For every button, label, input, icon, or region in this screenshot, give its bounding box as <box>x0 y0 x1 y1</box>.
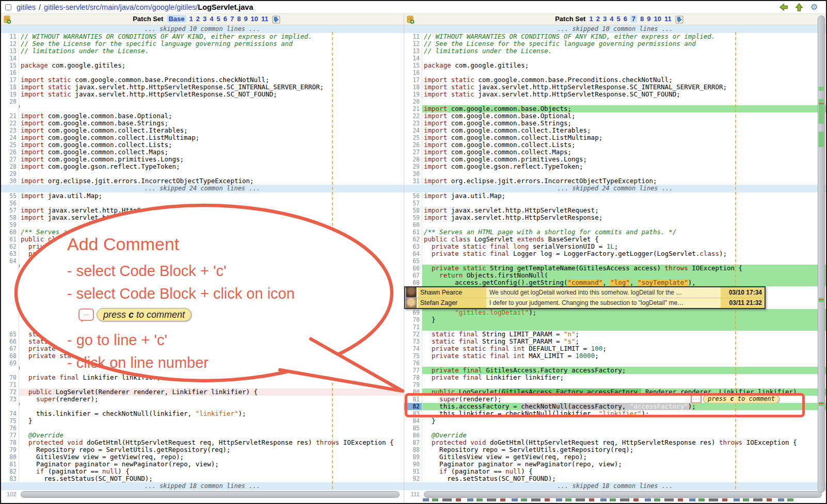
skipped-lines-expander[interactable]: ... skipped 18 common lines ... <box>404 482 826 490</box>
line-number[interactable]: 79 <box>404 381 422 388</box>
patch-set-3[interactable]: 3 <box>603 15 607 23</box>
line-number[interactable]: 20 <box>1 98 19 105</box>
patch-set-11[interactable]: 11 <box>261 15 268 23</box>
line-number[interactable]: 63 <box>1 250 19 257</box>
line-number[interactable]: 18 <box>404 84 422 91</box>
patch-set-11[interactable]: 11 <box>664 15 672 23</box>
line-number[interactable]: 74 <box>404 345 422 352</box>
line-number[interactable]: 22 <box>404 112 422 120</box>
line-number[interactable]: 11 <box>404 33 422 40</box>
line-number[interactable]: 82 <box>1 468 19 475</box>
line-number[interactable]: 79 <box>1 446 19 453</box>
patch-set-8[interactable]: 8 <box>237 15 241 23</box>
line-number[interactable]: 64 <box>1 257 19 265</box>
line-number[interactable]: 77 <box>404 367 422 374</box>
settings-gear-icon[interactable]: ⚙ <box>810 3 818 11</box>
skipped-lines-expander[interactable]: ... skipped 24 common lines ... <box>1 185 404 192</box>
line-number[interactable]: 61 <box>404 229 422 236</box>
line-number[interactable]: 29 <box>1 170 19 177</box>
line-number[interactable]: 76 <box>1 425 19 432</box>
line-number[interactable]: 11 <box>1 33 19 40</box>
line-number[interactable]: 70 <box>1 374 19 381</box>
patch-set-2[interactable]: 2 <box>596 15 600 23</box>
line-number[interactable]: 26 <box>1 149 19 156</box>
patch-set-4[interactable]: 4 <box>610 15 613 23</box>
comment-row[interactable]: Shawn PearceWe should get logDetail work… <box>405 287 765 298</box>
line-number[interactable]: 74 <box>1 410 19 417</box>
line-number[interactable]: 29 <box>404 163 422 170</box>
line-number[interactable]: 58 <box>404 207 422 214</box>
line-number[interactable]: 78 <box>404 374 422 381</box>
line-number[interactable]: 83 <box>404 410 422 417</box>
line-number[interactable]: 23 <box>404 120 422 127</box>
line-number[interactable]: 16 <box>1 69 19 76</box>
line-number[interactable]: 81 <box>404 396 422 403</box>
line-number[interactable]: 23 <box>1 127 19 134</box>
line-number[interactable]: 75 <box>1 417 19 425</box>
line-number[interactable]: 62 <box>404 236 422 243</box>
line-number[interactable]: 89 <box>404 453 422 461</box>
horizontal-scrollbar-thumb[interactable] <box>424 491 822 498</box>
line-number[interactable]: 60 <box>1 229 19 236</box>
patch-set-4[interactable]: 4 <box>210 15 213 23</box>
line-number[interactable]: 63 <box>404 243 422 250</box>
download-patch-icon[interactable] <box>675 15 683 24</box>
skipped-lines-expander[interactable]: ... skipped 18 common lines ... <box>1 482 404 490</box>
patch-set-5[interactable]: 5 <box>216 15 220 23</box>
line-number[interactable]: 102 <box>1 491 19 498</box>
line-number[interactable]: 71 <box>404 323 422 331</box>
line-number[interactable]: 65 <box>404 257 422 265</box>
line-number[interactable]: 67 <box>404 272 422 279</box>
line-number[interactable]: 19 <box>1 91 19 98</box>
skipped-lines-expander[interactable]: ... skipped 10 common lines ... <box>404 25 826 33</box>
line-number[interactable]: 24 <box>1 134 19 141</box>
line-number[interactable]: 57 <box>404 200 422 207</box>
line-number[interactable]: 56 <box>1 200 19 207</box>
line-number[interactable]: 27 <box>1 156 19 163</box>
line-number[interactable]: 91 <box>404 468 422 475</box>
line-number[interactable]: 17 <box>1 76 19 84</box>
line-number[interactable]: 70 <box>404 316 422 323</box>
line-number[interactable]: 73 <box>1 396 19 403</box>
add-file-comment-icon[interactable] <box>406 15 415 24</box>
line-number[interactable]: 62 <box>1 243 19 250</box>
line-number[interactable]: 72 <box>404 331 422 338</box>
patch-set-1[interactable]: 1 <box>589 15 593 23</box>
line-number[interactable]: 12 <box>1 40 19 47</box>
line-number[interactable]: 56 <box>404 192 422 200</box>
line-number[interactable]: 15 <box>404 62 422 69</box>
breadcrumb-project-link[interactable]: gitiles <box>17 3 36 11</box>
line-number[interactable]: 30 <box>1 177 19 185</box>
line-number[interactable]: 75 <box>404 352 422 360</box>
line-number[interactable]: 59 <box>1 221 19 229</box>
line-number[interactable]: 86 <box>404 432 422 439</box>
line-number[interactable]: 15 <box>1 62 19 69</box>
patch-set-1[interactable]: 1 <box>189 15 193 23</box>
line-number[interactable]: 72 <box>1 388 19 396</box>
line-number[interactable]: 25 <box>404 134 422 141</box>
line-number[interactable]: 77 <box>1 432 19 439</box>
line-number[interactable]: 13 <box>404 47 422 55</box>
patch-set-7[interactable]: 7 <box>630 15 637 23</box>
line-number[interactable]: 80 <box>404 388 422 396</box>
line-number[interactable]: 83 <box>1 475 19 482</box>
patch-set-9[interactable]: 9 <box>647 15 650 23</box>
line-number[interactable]: 84 <box>404 417 422 425</box>
line-number[interactable]: 61 <box>1 236 19 243</box>
patch-set-base[interactable]: Base <box>167 15 186 23</box>
line-number[interactable]: 111 <box>404 491 422 498</box>
download-patch-icon[interactable] <box>272 15 280 24</box>
line-number[interactable]: 57 <box>1 207 19 214</box>
line-number[interactable]: 14 <box>404 55 422 62</box>
comment-row[interactable]: Stefan ZagerI defer to your judgement. C… <box>405 298 765 308</box>
line-number[interactable]: 73 <box>404 338 422 345</box>
patch-set-6[interactable]: 6 <box>224 15 227 23</box>
line-number[interactable]: 68 <box>1 352 19 360</box>
line-number[interactable]: 28 <box>1 163 19 170</box>
skipped-lines-expander[interactable]: ... skipped 24 common lines ... <box>404 185 826 192</box>
vertical-scrollbar[interactable] <box>818 14 825 495</box>
line-number[interactable]: 76 <box>404 360 422 367</box>
file-reviewed-checkbox[interactable] <box>5 4 11 10</box>
line-number[interactable]: 28 <box>404 156 422 163</box>
up-to-change-arrow-icon[interactable] <box>795 3 803 11</box>
